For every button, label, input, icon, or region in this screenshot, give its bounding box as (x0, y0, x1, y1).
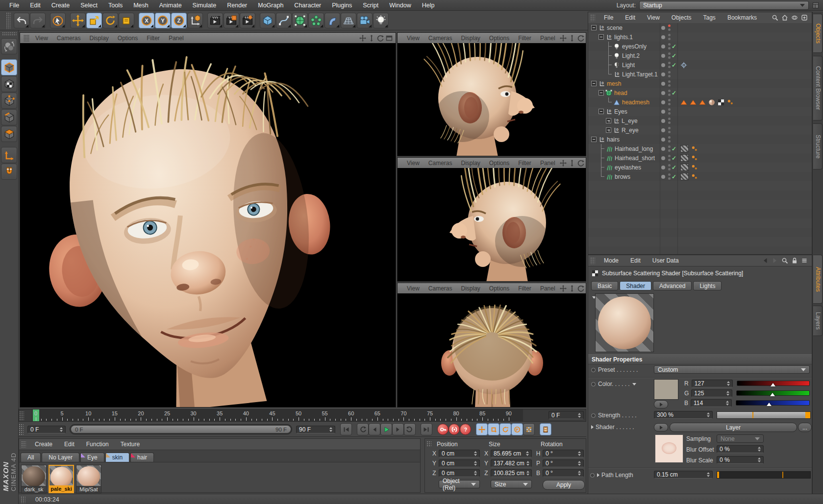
side-tab-objects[interactable]: Objects (813, 14, 823, 53)
menu-panel[interactable]: Panel (164, 35, 188, 42)
add-subdivision-button[interactable] (292, 13, 308, 28)
viewport-pan-icon[interactable] (560, 285, 567, 292)
enabled-check-icon[interactable]: ✓ (672, 164, 676, 171)
enabled-check-icon[interactable]: ✓ (672, 145, 676, 152)
viewport-left-canvas[interactable] (398, 168, 586, 281)
strength-field[interactable]: 300 % (654, 411, 713, 419)
tree-item-r-eye[interactable]: 0R_eye (588, 125, 812, 135)
visibility-dots[interactable] (668, 71, 671, 77)
dots-tag-icon[interactable] (691, 164, 698, 171)
search-icon[interactable] (781, 257, 788, 264)
hair-material-tag-icon[interactable] (680, 154, 689, 162)
size-y-field[interactable]: 137.482 cm (491, 459, 532, 467)
dots-tag-icon[interactable] (691, 173, 698, 180)
end-frame-field[interactable]: 90 F (296, 426, 335, 433)
next-key-button[interactable] (404, 423, 416, 435)
b-slider-handle[interactable] (767, 403, 772, 406)
home-icon[interactable] (781, 14, 788, 21)
tri-tag-icon[interactable] (680, 99, 687, 106)
tree-item-l-eye[interactable]: 0L_eye (588, 116, 812, 125)
layout-select[interactable]: Startup (639, 1, 809, 10)
layer-dot[interactable] (661, 119, 665, 123)
viewport-pan-icon[interactable] (560, 160, 567, 167)
r-slider-handle[interactable] (771, 383, 775, 386)
frame-range-bar[interactable]: 0 F 90 F (71, 426, 291, 433)
visibility-dots[interactable] (668, 62, 671, 68)
viewport-zoom-icon[interactable] (569, 160, 575, 167)
tri-tag-icon[interactable] (690, 99, 697, 106)
menu-filter[interactable]: Filter (514, 160, 536, 167)
layer-dot[interactable] (661, 54, 665, 58)
layer-dot[interactable] (661, 45, 665, 48)
key-pla-button[interactable] (523, 423, 535, 435)
goto-start-button[interactable] (340, 423, 352, 435)
rotation-h-field[interactable]: 0 ° (543, 450, 584, 457)
material-tab-hair[interactable]: hair (130, 453, 154, 462)
scale-tool-button[interactable] (86, 13, 102, 28)
render-region-button[interactable] (224, 13, 239, 28)
size-x-field[interactable]: 85.695 cm (491, 450, 532, 457)
coord-system-button[interactable] (187, 13, 203, 28)
b-field[interactable]: 114 (691, 399, 732, 407)
tab-basic[interactable]: Basic (591, 281, 618, 290)
material-tab-eye[interactable]: Eye (80, 453, 104, 462)
lock-x-button[interactable]: X (139, 13, 154, 28)
color-picker-button[interactable] (654, 400, 668, 408)
menu-panel[interactable]: Panel (536, 285, 560, 292)
add-floor-button[interactable] (341, 13, 356, 28)
visibility-dots[interactable] (668, 136, 671, 143)
move-tool-button[interactable] (70, 13, 86, 28)
layer-dot[interactable] (661, 91, 665, 95)
add-spline-button[interactable] (276, 13, 292, 28)
viewport-back[interactable]: ViewCamerasDisplayOptionsFilterPanel (397, 283, 586, 408)
menu-help[interactable]: Help (417, 2, 440, 9)
material-pale-ski[interactable]: pale_ski (49, 465, 74, 493)
key-position-button[interactable] (476, 423, 488, 435)
menu-bookmarks[interactable]: Bookmarks (722, 14, 763, 21)
position-x-field[interactable]: 0 cm (439, 450, 480, 457)
path-length-slider[interactable] (717, 471, 811, 479)
render-view-button[interactable] (207, 13, 223, 28)
path-length-field[interactable]: 0.15 cm (654, 471, 713, 479)
side-tab-content-browser[interactable]: Content Browser (813, 56, 823, 120)
menu-texture[interactable]: Texture (115, 441, 146, 448)
path-length-slider-handle[interactable] (717, 472, 719, 478)
visibility-dots[interactable] (668, 24, 671, 31)
checker-tag-icon[interactable] (718, 99, 724, 106)
undo-button[interactable] (14, 13, 29, 28)
visibility-dots[interactable] (668, 80, 671, 87)
layer-dot[interactable] (661, 100, 665, 104)
viewport-perspective[interactable]: ViewCamerasDisplayOptionsFilterPanel (20, 32, 396, 408)
g-slider-handle[interactable] (770, 393, 775, 396)
menu-window[interactable]: Window (384, 2, 416, 9)
viewport-left[interactable]: ViewCamerasDisplayOptionsFilterPanel (397, 157, 586, 282)
menu-mograph[interactable]: MoGraph (252, 2, 289, 9)
enabled-check-icon[interactable]: ✓ (672, 52, 676, 59)
expand-icon[interactable] (606, 118, 611, 123)
visibility-dots[interactable] (668, 155, 671, 161)
visibility-dots[interactable] (668, 173, 671, 180)
toolbar-grip[interactable] (6, 12, 11, 29)
visibility-dots[interactable] (668, 90, 671, 96)
menu-view[interactable]: View (31, 35, 52, 42)
enabled-check-icon[interactable]: ✓ (672, 155, 676, 162)
side-tab-attributes[interactable]: Attributes (813, 255, 823, 304)
path-length-expand-icon[interactable] (597, 473, 599, 477)
menu-options[interactable]: Options (485, 285, 514, 292)
hair-material-tag-icon[interactable] (680, 173, 689, 180)
key-rotation-button[interactable] (499, 423, 511, 435)
menu-panel[interactable]: Panel (536, 160, 560, 167)
target-tag-icon[interactable] (680, 62, 687, 69)
menu-function[interactable]: Function (80, 441, 115, 448)
interface-icon[interactable] (812, 2, 819, 9)
viewport-rotate-icon[interactable] (577, 35, 584, 42)
dots-tag-icon[interactable] (691, 155, 698, 162)
menu-display[interactable]: Display (456, 285, 484, 292)
viewport-rotate-icon[interactable] (377, 35, 384, 42)
tree-item-hairs[interactable]: 0hairs (588, 135, 812, 144)
history-forward-icon[interactable] (772, 257, 778, 264)
viewport-right[interactable]: ViewCamerasDisplayOptionsFilterPanel (397, 32, 586, 156)
viewport-rotate-icon[interactable] (577, 160, 584, 167)
viewport-maximize-icon[interactable] (386, 35, 393, 42)
menu-view[interactable]: View (641, 14, 666, 21)
